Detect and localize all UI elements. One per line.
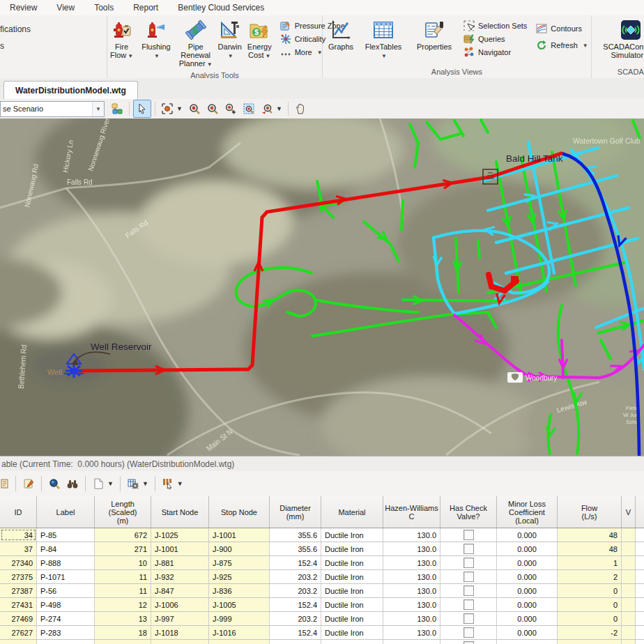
graphs-button[interactable]: Graphs — [323, 17, 358, 52]
selection-sets-button[interactable]: Selection Sets — [463, 20, 527, 31]
darwin-button[interactable]: Darwin▼ — [216, 17, 244, 62]
zoom-in-button[interactable] — [186, 100, 203, 117]
cell-hazen[interactable]: 130.0 — [383, 570, 440, 583]
cell-diameter[interactable]: 203.2 — [270, 612, 321, 625]
column-header-label[interactable]: Label — [37, 496, 95, 528]
cell-material[interactable]: Ductile Iron — [321, 570, 383, 583]
cell-stop[interactable]: J-1001 — [209, 528, 270, 542]
cell-length[interactable]: 18 — [95, 626, 151, 639]
cell-start[interactable]: J-997 — [151, 612, 209, 625]
cell-v[interactable] — [622, 556, 636, 569]
has-check-valve-checkbox[interactable] — [463, 613, 474, 624]
cell-length[interactable]: 11 — [95, 570, 151, 583]
cell-v[interactable] — [622, 542, 636, 555]
navigator-button[interactable]: Navigator — [463, 47, 527, 58]
menu-item-review[interactable]: Review — [0, 1, 47, 14]
pipe-renewal-planner-button[interactable]: $ Pipe Renewal Planner▼ — [177, 17, 215, 70]
clipped-toolbar-button[interactable] — [0, 475, 12, 493]
zoom-realtime-button[interactable] — [222, 100, 239, 117]
has-check-valve-checkbox[interactable] — [463, 558, 474, 568]
cell-id[interactable]: 27431 — [0, 598, 37, 611]
cell-length[interactable]: 12 — [95, 598, 151, 611]
cell-check[interactable] — [440, 570, 497, 583]
cell-label[interactable]: P-498 — [37, 598, 95, 611]
column-header-material[interactable]: Material — [321, 496, 383, 528]
cell-diameter[interactable]: 152.4 — [270, 640, 321, 644]
cell-start[interactable]: J-1018 — [151, 626, 209, 639]
cell-material[interactable]: Ductile Iron — [321, 528, 383, 542]
cell-label[interactable]: P-283 — [37, 626, 95, 639]
menu-item-view[interactable]: View — [47, 1, 84, 14]
column-header-diameter[interactable]: Diameter (mm) — [270, 496, 321, 528]
cell-id[interactable]: 34 — [0, 528, 37, 542]
menu-item-report[interactable]: Report — [123, 1, 168, 14]
cell-flow[interactable]: 0 — [558, 598, 622, 611]
cell-stop[interactable]: J-1005 — [209, 598, 270, 611]
has-check-valve-checkbox[interactable] — [463, 585, 474, 596]
cell-check[interactable] — [440, 584, 497, 597]
table-row[interactable]: 27431P-49812J-1006J-1005152.4Ductile Iro… — [0, 598, 644, 612]
table-row[interactable]: 27711School22J-964J-967152.4Ductile Iron… — [0, 640, 644, 644]
column-header-minorloss[interactable]: Minor Loss Coefficient (Local) — [497, 496, 558, 528]
has-check-valve-checkbox[interactable] — [463, 544, 474, 554]
cell-diameter[interactable]: 152.4 — [270, 598, 321, 611]
dropdown-caret-icon[interactable]: ▼ — [177, 480, 183, 487]
zoom-extent-button[interactable] — [159, 100, 176, 117]
cell-hazen[interactable]: 130.0 — [383, 626, 440, 639]
cell-hazen[interactable]: 130.0 — [383, 598, 440, 611]
energy-cost-button[interactable]: $ Energy Cost▼ — [245, 17, 274, 62]
fire-flow-button[interactable]: Fire Flow▼ — [108, 17, 135, 62]
scenario-manager-button[interactable] — [109, 100, 125, 117]
cell-diameter[interactable]: 203.2 — [270, 570, 321, 583]
pan-button[interactable] — [292, 100, 309, 117]
cell-stop[interactable]: J-925 — [209, 570, 270, 583]
cell-label[interactable]: School — [37, 640, 95, 644]
cell-minorloss[interactable]: 0.000 — [497, 640, 558, 644]
cell-start[interactable]: J-1006 — [151, 598, 209, 611]
dropdown-caret-icon[interactable]: ▼ — [142, 480, 148, 487]
cell-start[interactable]: J-964 — [151, 640, 209, 644]
select-tool-button[interactable] — [133, 100, 151, 118]
cell-flow[interactable]: 48 — [558, 528, 622, 542]
cell-id[interactable]: 37 — [0, 542, 37, 555]
cell-hazen[interactable]: 130.0 — [383, 612, 440, 625]
cell-minorloss[interactable]: 0.000 — [497, 528, 558, 542]
find-button[interactable] — [63, 475, 82, 493]
cell-id[interactable]: 27375 — [0, 570, 37, 583]
cell-length[interactable]: 13 — [95, 612, 151, 625]
column-header-v[interactable]: V — [622, 496, 636, 528]
menu-item-bentley-cloud-services[interactable]: Bentley Cloud Services — [168, 1, 274, 14]
contours-button[interactable]: Contours — [536, 23, 588, 34]
options-button[interactable] — [124, 475, 142, 493]
cell-material[interactable]: Ductile Iron — [321, 556, 383, 569]
cell-flow[interactable]: 0 — [558, 612, 622, 625]
cell-hazen[interactable]: 130.0 — [383, 542, 440, 555]
table-row[interactable]: 27340P-88810J-881J-875152.4Ductile Iron1… — [0, 556, 644, 570]
cell-v[interactable] — [622, 626, 636, 639]
network-map-canvas[interactable]: Falls Rd Falls Rd Nonewaug Rd Nonnewaug … — [0, 118, 644, 456]
cell-material[interactable]: Ductile Iron — [321, 598, 383, 611]
cell-minorloss[interactable]: 0.000 — [497, 542, 558, 555]
cell-label[interactable]: P-56 — [37, 584, 95, 597]
cell-start[interactable]: J-932 — [151, 570, 209, 583]
zoom-to-button[interactable] — [45, 475, 63, 493]
cell-stop[interactable]: J-875 — [209, 556, 270, 569]
flushing-button[interactable]: Flushing▼ — [139, 17, 173, 62]
cell-check[interactable] — [440, 640, 497, 644]
cell-id[interactable]: 27469 — [0, 612, 37, 625]
cell-diameter[interactable]: 203.2 — [270, 584, 321, 597]
dropdown-caret-icon[interactable]: ▼ — [107, 480, 114, 487]
table-row[interactable]: 27387P-5611J-847J-836203.2Ductile Iron13… — [0, 584, 644, 598]
cell-start[interactable]: J-847 — [151, 584, 209, 597]
refresh-button[interactable]: Refresh ▼ — [536, 40, 588, 51]
column-header-flow[interactable]: Flow (L/s) — [558, 496, 622, 528]
cell-v[interactable] — [622, 612, 636, 625]
cell-diameter[interactable]: 152.4 — [270, 556, 321, 569]
table-row[interactable]: 27375P-107111J-932J-925203.2Ductile Iron… — [0, 570, 644, 584]
zoom-window-button[interactable] — [240, 100, 257, 117]
cell-minorloss[interactable]: 0.000 — [497, 612, 558, 625]
cell-material[interactable]: Ductile Iron — [321, 640, 383, 644]
cell-v[interactable] — [622, 584, 636, 597]
cell-diameter[interactable]: 355.6 — [270, 528, 321, 542]
cell-length[interactable]: 672 — [95, 528, 151, 542]
